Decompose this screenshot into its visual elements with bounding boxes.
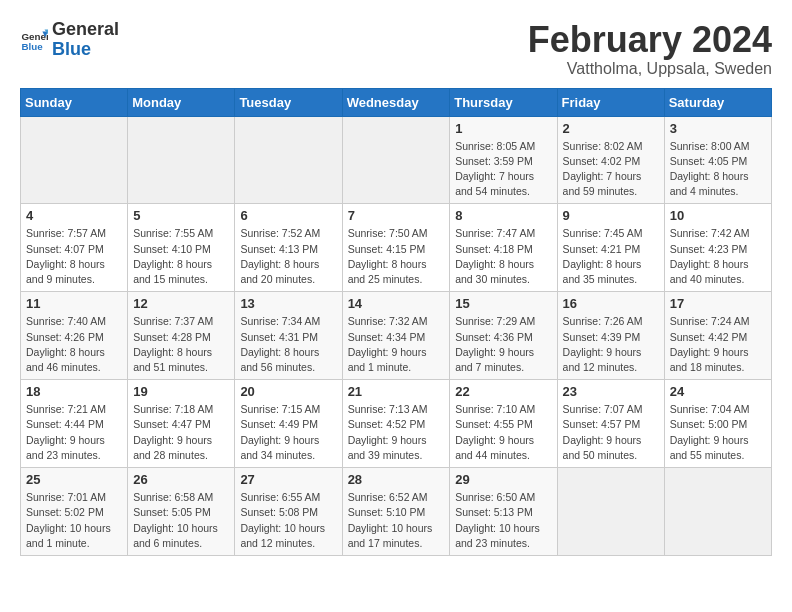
day-info: Sunrise: 7:18 AM Sunset: 4:47 PM Dayligh… [133, 402, 229, 463]
day-number: 15 [455, 296, 551, 311]
day-info: Sunrise: 7:57 AM Sunset: 4:07 PM Dayligh… [26, 226, 122, 287]
weekday-header: Thursday [450, 88, 557, 116]
calendar-week-row: 1Sunrise: 8:05 AM Sunset: 3:59 PM Daylig… [21, 116, 772, 204]
calendar-table: SundayMondayTuesdayWednesdayThursdayFrid… [20, 88, 772, 556]
day-number: 8 [455, 208, 551, 223]
calendar-cell: 2Sunrise: 8:02 AM Sunset: 4:02 PM Daylig… [557, 116, 664, 204]
calendar-cell: 16Sunrise: 7:26 AM Sunset: 4:39 PM Dayli… [557, 292, 664, 380]
day-info: Sunrise: 7:01 AM Sunset: 5:02 PM Dayligh… [26, 490, 122, 551]
day-info: Sunrise: 7:26 AM Sunset: 4:39 PM Dayligh… [563, 314, 659, 375]
day-number: 22 [455, 384, 551, 399]
day-number: 23 [563, 384, 659, 399]
calendar-cell: 5Sunrise: 7:55 AM Sunset: 4:10 PM Daylig… [128, 204, 235, 292]
calendar-week-row: 18Sunrise: 7:21 AM Sunset: 4:44 PM Dayli… [21, 380, 772, 468]
day-number: 13 [240, 296, 336, 311]
day-info: Sunrise: 7:52 AM Sunset: 4:13 PM Dayligh… [240, 226, 336, 287]
calendar-cell: 13Sunrise: 7:34 AM Sunset: 4:31 PM Dayli… [235, 292, 342, 380]
page-header: General Blue General Blue February 2024 … [20, 20, 772, 78]
day-number: 27 [240, 472, 336, 487]
calendar-cell: 17Sunrise: 7:24 AM Sunset: 4:42 PM Dayli… [664, 292, 771, 380]
calendar-cell: 14Sunrise: 7:32 AM Sunset: 4:34 PM Dayli… [342, 292, 450, 380]
calendar-cell: 8Sunrise: 7:47 AM Sunset: 4:18 PM Daylig… [450, 204, 557, 292]
logo-text: General Blue [52, 20, 119, 60]
calendar-cell: 27Sunrise: 6:55 AM Sunset: 5:08 PM Dayli… [235, 468, 342, 556]
day-info: Sunrise: 7:13 AM Sunset: 4:52 PM Dayligh… [348, 402, 445, 463]
calendar-week-row: 25Sunrise: 7:01 AM Sunset: 5:02 PM Dayli… [21, 468, 772, 556]
day-number: 11 [26, 296, 122, 311]
calendar-cell: 15Sunrise: 7:29 AM Sunset: 4:36 PM Dayli… [450, 292, 557, 380]
day-info: Sunrise: 7:34 AM Sunset: 4:31 PM Dayligh… [240, 314, 336, 375]
weekday-header: Wednesday [342, 88, 450, 116]
calendar-cell: 29Sunrise: 6:50 AM Sunset: 5:13 PM Dayli… [450, 468, 557, 556]
day-info: Sunrise: 7:29 AM Sunset: 4:36 PM Dayligh… [455, 314, 551, 375]
weekday-header: Monday [128, 88, 235, 116]
day-number: 29 [455, 472, 551, 487]
day-info: Sunrise: 7:47 AM Sunset: 4:18 PM Dayligh… [455, 226, 551, 287]
weekday-header: Saturday [664, 88, 771, 116]
calendar-header-row: SundayMondayTuesdayWednesdayThursdayFrid… [21, 88, 772, 116]
day-info: Sunrise: 7:50 AM Sunset: 4:15 PM Dayligh… [348, 226, 445, 287]
calendar-cell: 6Sunrise: 7:52 AM Sunset: 4:13 PM Daylig… [235, 204, 342, 292]
day-number: 28 [348, 472, 445, 487]
day-info: Sunrise: 7:40 AM Sunset: 4:26 PM Dayligh… [26, 314, 122, 375]
day-info: Sunrise: 7:32 AM Sunset: 4:34 PM Dayligh… [348, 314, 445, 375]
calendar-cell: 18Sunrise: 7:21 AM Sunset: 4:44 PM Dayli… [21, 380, 128, 468]
calendar-cell: 3Sunrise: 8:00 AM Sunset: 4:05 PM Daylig… [664, 116, 771, 204]
day-number: 25 [26, 472, 122, 487]
day-number: 5 [133, 208, 229, 223]
day-number: 21 [348, 384, 445, 399]
day-number: 24 [670, 384, 766, 399]
weekday-header: Friday [557, 88, 664, 116]
calendar-cell: 24Sunrise: 7:04 AM Sunset: 5:00 PM Dayli… [664, 380, 771, 468]
day-info: Sunrise: 8:00 AM Sunset: 4:05 PM Dayligh… [670, 139, 766, 200]
day-info: Sunrise: 6:52 AM Sunset: 5:10 PM Dayligh… [348, 490, 445, 551]
day-number: 14 [348, 296, 445, 311]
day-number: 2 [563, 121, 659, 136]
title-block: February 2024 Vattholma, Uppsala, Sweden [528, 20, 772, 78]
logo: General Blue General Blue [20, 20, 119, 60]
calendar-week-row: 4Sunrise: 7:57 AM Sunset: 4:07 PM Daylig… [21, 204, 772, 292]
day-info: Sunrise: 7:55 AM Sunset: 4:10 PM Dayligh… [133, 226, 229, 287]
logo-icon: General Blue [20, 26, 48, 54]
calendar-cell: 23Sunrise: 7:07 AM Sunset: 4:57 PM Dayli… [557, 380, 664, 468]
day-number: 3 [670, 121, 766, 136]
calendar-cell [557, 468, 664, 556]
day-info: Sunrise: 7:15 AM Sunset: 4:49 PM Dayligh… [240, 402, 336, 463]
calendar-cell: 4Sunrise: 7:57 AM Sunset: 4:07 PM Daylig… [21, 204, 128, 292]
calendar-cell: 25Sunrise: 7:01 AM Sunset: 5:02 PM Dayli… [21, 468, 128, 556]
day-number: 26 [133, 472, 229, 487]
day-number: 20 [240, 384, 336, 399]
day-number: 18 [26, 384, 122, 399]
day-number: 10 [670, 208, 766, 223]
calendar-cell [235, 116, 342, 204]
calendar-cell: 21Sunrise: 7:13 AM Sunset: 4:52 PM Dayli… [342, 380, 450, 468]
day-info: Sunrise: 7:45 AM Sunset: 4:21 PM Dayligh… [563, 226, 659, 287]
day-info: Sunrise: 7:24 AM Sunset: 4:42 PM Dayligh… [670, 314, 766, 375]
calendar-cell: 12Sunrise: 7:37 AM Sunset: 4:28 PM Dayli… [128, 292, 235, 380]
location: Vattholma, Uppsala, Sweden [528, 60, 772, 78]
calendar-cell: 22Sunrise: 7:10 AM Sunset: 4:55 PM Dayli… [450, 380, 557, 468]
calendar-cell: 11Sunrise: 7:40 AM Sunset: 4:26 PM Dayli… [21, 292, 128, 380]
month-title: February 2024 [528, 20, 772, 60]
calendar-cell: 28Sunrise: 6:52 AM Sunset: 5:10 PM Dayli… [342, 468, 450, 556]
day-info: Sunrise: 7:10 AM Sunset: 4:55 PM Dayligh… [455, 402, 551, 463]
day-info: Sunrise: 7:37 AM Sunset: 4:28 PM Dayligh… [133, 314, 229, 375]
day-number: 7 [348, 208, 445, 223]
day-number: 4 [26, 208, 122, 223]
calendar-cell: 10Sunrise: 7:42 AM Sunset: 4:23 PM Dayli… [664, 204, 771, 292]
calendar-cell [664, 468, 771, 556]
calendar-cell: 26Sunrise: 6:58 AM Sunset: 5:05 PM Dayli… [128, 468, 235, 556]
calendar-cell: 1Sunrise: 8:05 AM Sunset: 3:59 PM Daylig… [450, 116, 557, 204]
day-info: Sunrise: 7:21 AM Sunset: 4:44 PM Dayligh… [26, 402, 122, 463]
day-number: 9 [563, 208, 659, 223]
day-number: 17 [670, 296, 766, 311]
day-info: Sunrise: 7:07 AM Sunset: 4:57 PM Dayligh… [563, 402, 659, 463]
calendar-cell: 19Sunrise: 7:18 AM Sunset: 4:47 PM Dayli… [128, 380, 235, 468]
calendar-cell [128, 116, 235, 204]
calendar-cell: 20Sunrise: 7:15 AM Sunset: 4:49 PM Dayli… [235, 380, 342, 468]
day-info: Sunrise: 6:58 AM Sunset: 5:05 PM Dayligh… [133, 490, 229, 551]
day-info: Sunrise: 6:55 AM Sunset: 5:08 PM Dayligh… [240, 490, 336, 551]
calendar-cell [342, 116, 450, 204]
day-number: 19 [133, 384, 229, 399]
day-info: Sunrise: 8:05 AM Sunset: 3:59 PM Dayligh… [455, 139, 551, 200]
